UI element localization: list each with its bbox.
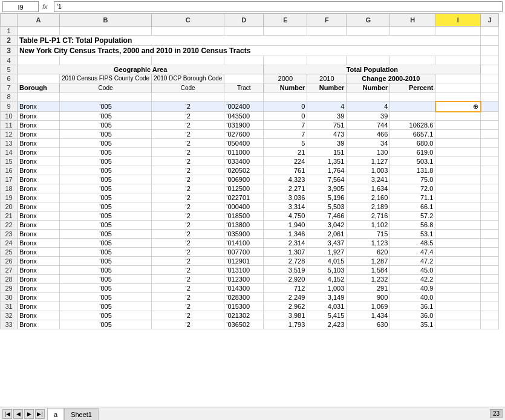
cell-row28-col0[interactable]: 28 [1,275,18,284]
cell-row27-col1[interactable]: Bronx [18,266,60,275]
cell-h4[interactable] [390,56,435,65]
cell-row10-col4[interactable]: '043500 [224,112,264,121]
cell-row22-col8[interactable]: 56.8 [390,221,435,230]
cell-row30-col8[interactable]: 40.0 [390,293,435,302]
cell-row12-col0[interactable]: 12 [1,130,18,139]
cell-row26-col6[interactable]: 4,015 [307,257,347,266]
cell-row28-col7[interactable]: 1,232 [347,275,390,284]
cell-row14-col2[interactable]: '005 [60,148,152,157]
total-pop-header[interactable]: Total Population [264,65,481,74]
cell-row13-col7[interactable]: 34 [347,139,390,148]
cell-row25-col2[interactable]: '005 [60,248,152,257]
cell-row9-col3[interactable]: '2 [152,102,224,112]
cell-row19-col7[interactable]: 2,160 [347,193,390,202]
cell-row29-col9[interactable] [435,284,481,293]
change-pct-header[interactable]: Percent [390,83,435,92]
cell-row10-col10[interactable] [481,112,499,121]
cell-row25-col0[interactable]: 25 [1,248,18,257]
cell-row24-col3[interactable]: '2 [152,239,224,248]
cell-row19-col8[interactable]: 71.1 [390,193,435,202]
cell-row32-col4[interactable]: '021302 [224,311,264,320]
cell-row31-col2[interactable]: '005 [60,302,152,311]
cell-row15-col3[interactable]: '2 [152,157,224,166]
cell-row32-col9[interactable] [435,311,481,320]
cell-row21-col7[interactable]: 2,716 [347,212,390,221]
cell-row20-col4[interactable]: '000400 [224,202,264,212]
cell-row25-col4[interactable]: '007700 [224,248,264,257]
cell-row25-col9[interactable] [435,248,481,257]
cell-b4[interactable] [60,56,152,65]
cell-row26-col2[interactable]: '005 [60,257,152,266]
cell-row28-col8[interactable]: 42.2 [390,275,435,284]
cell-row15-col10[interactable] [481,157,499,166]
cell-a6[interactable] [18,74,60,83]
cell-row13-col5[interactable]: 5 [264,139,307,148]
cell-row23-col10[interactable] [481,230,499,239]
cell-e4[interactable] [264,56,307,65]
cell-row27-col4[interactable]: '013100 [224,266,264,275]
cell-f4[interactable] [307,56,347,65]
cell-i6[interactable] [435,74,481,83]
cell-row27-col6[interactable]: 5,103 [307,266,347,275]
cell-row11-col10[interactable] [481,121,499,130]
cell-row28-col2[interactable]: '005 [60,275,152,284]
cell-row29-col5[interactable]: 712 [264,284,307,293]
cell-row31-col9[interactable] [435,302,481,311]
cell-row28-col4[interactable]: '012300 [224,275,264,284]
cell-row15-col6[interactable]: 1,351 [307,157,347,166]
cell-row33-col9[interactable] [435,320,481,329]
cell-row32-col0[interactable]: 32 [1,311,18,320]
cell-d6[interactable] [224,74,264,83]
cell-row16-col3[interactable]: '2 [152,166,224,175]
cell-row20-col3[interactable]: '2 [152,202,224,212]
cell-row29-col4[interactable]: '014300 [224,284,264,293]
cell-j3[interactable] [481,46,499,56]
cell-row33-col1[interactable]: Bronx [18,320,60,329]
cell-row28-col1[interactable]: Bronx [18,275,60,284]
cell-row27-col8[interactable]: 45.0 [390,266,435,275]
cell-row32-col6[interactable]: 5,415 [307,311,347,320]
cell-row22-col1[interactable]: Bronx [18,221,60,230]
cell-row9-col0[interactable]: 9 [1,102,18,112]
cell-row23-col5[interactable]: 1,346 [264,230,307,239]
cell-row26-col1[interactable]: Bronx [18,257,60,266]
cell-row33-col4[interactable]: '036502 [224,320,264,329]
cell-row23-col9[interactable] [435,230,481,239]
cell-row12-col2[interactable]: '005 [60,130,152,139]
census-tract-header[interactable]: Tract [224,83,264,92]
sheet-tab-1[interactable]: Sheet1 [64,408,99,420]
cell-row32-col5[interactable]: 3,981 [264,311,307,320]
cell-row30-col9[interactable] [435,293,481,302]
cell-row23-col3[interactable]: '2 [152,230,224,239]
cell-row32-col7[interactable]: 1,434 [347,311,390,320]
cell-row30-col0[interactable]: 30 [1,293,18,302]
cell-row27-col3[interactable]: '2 [152,266,224,275]
cell-row12-col8[interactable]: 6657.1 [390,130,435,139]
cell-row15-col1[interactable]: Bronx [18,157,60,166]
cell-row11-col5[interactable]: 7 [264,121,307,130]
cell-row10-col8[interactable] [390,112,435,121]
cell-row11-col0[interactable]: 11 [1,121,18,130]
change-number-header[interactable]: Number [347,83,390,92]
cell-row12-col3[interactable]: '2 [152,130,224,139]
cell-row12-col6[interactable]: 473 [307,130,347,139]
cell-row11-col1[interactable]: Bronx [18,121,60,130]
cell-b8[interactable] [60,92,152,102]
cell-row25-col8[interactable]: 47.4 [390,248,435,257]
cell-row19-col10[interactable] [481,193,499,202]
cell-e8[interactable] [264,92,307,102]
cell-row9-col4[interactable]: '002400 [224,102,264,112]
cell-row24-col4[interactable]: '014100 [224,239,264,248]
cell-row22-col6[interactable]: 3,042 [307,221,347,230]
cell-row19-col0[interactable]: 19 [1,193,18,202]
cell-row22-col9[interactable] [435,221,481,230]
borough-col-header[interactable]: Borough [18,83,60,92]
col-header-b[interactable]: B [60,14,152,27]
table-area[interactable]: A B C D E F G H I J 1 [0,13,505,407]
cell-row10-col0[interactable]: 10 [1,112,18,121]
cell-a1[interactable] [18,27,60,36]
col-header-h[interactable]: H [390,14,435,27]
cell-row14-col3[interactable]: '2 [152,148,224,157]
cell-row16-col5[interactable]: 761 [264,166,307,175]
cell-row18-col5[interactable]: 2,271 [264,184,307,193]
